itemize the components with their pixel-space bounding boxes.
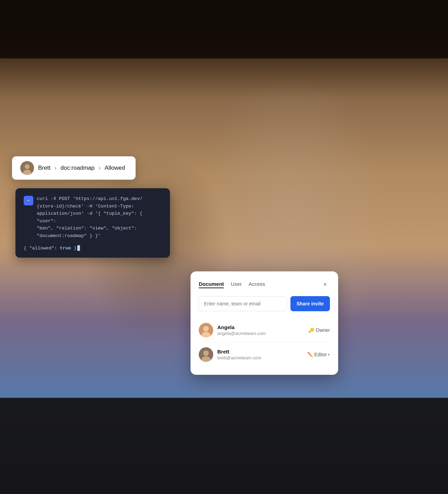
share-invite-button[interactable]: Share invite [290, 296, 330, 311]
tab-document[interactable]: Document [199, 281, 224, 288]
top-band [0, 0, 448, 58]
user-info-brett: Brett brett@acmeteam.com [217, 349, 303, 360]
brett-role-dropdown[interactable]: ✏️ Editor ▾ [307, 352, 330, 357]
modal-tabs: Document User Access [199, 281, 265, 288]
search-row: Share invite [199, 296, 330, 311]
close-button[interactable]: × [320, 280, 330, 289]
terminal-card: ~ curl -X POST 'https://api.us1.fga.dev/… [15, 188, 170, 258]
chevron-down-icon: ▾ [328, 352, 330, 357]
svg-point-7 [203, 350, 209, 356]
tab-access[interactable]: Access [249, 281, 265, 288]
terminal-tilde: ~ [27, 198, 30, 203]
chevron-icon-1: › [55, 165, 56, 171]
avatar-angela [199, 323, 213, 337]
brett-role-label: Editor [314, 352, 327, 357]
angela-email: angela@acmeteam.com [217, 331, 304, 336]
terminal-result: { "allowed": true } [24, 245, 162, 251]
avatar-brett [199, 347, 213, 362]
brett-doc: doc:roadmap [60, 165, 94, 171]
brett-email: brett@acmeteam.com [217, 355, 303, 360]
angela-role: 🔑 Owner [308, 327, 330, 333]
angela-role-label: Owner [316, 327, 330, 333]
user-row-angela: Angela angela@acmeteam.com 🔑 Owner [199, 318, 330, 343]
terminal-command: curl -X POST 'https://api.us1.fga.dev/ {… [37, 195, 162, 240]
brett-permission-card: Brett › doc:roadmap › Allowed [12, 156, 136, 180]
search-input[interactable] [199, 296, 287, 311]
owner-key-icon: 🔑 [308, 327, 314, 333]
terminal-cursor [77, 245, 80, 251]
share-modal: Document User Access × Share invite Ange… [191, 271, 338, 375]
terminal-true-value: true [60, 245, 71, 250]
terminal-header: ~ curl -X POST 'https://api.us1.fga.dev/… [24, 195, 162, 240]
terminal-prompt-icon: ~ [24, 196, 33, 205]
bottom-band [0, 398, 448, 494]
editor-pencil-icon: ✏️ [307, 352, 313, 357]
angela-name: Angela [217, 324, 304, 330]
brett-name-modal: Brett [217, 349, 303, 355]
user-list: Angela angela@acmeteam.com 🔑 Owner Brett… [199, 318, 330, 367]
svg-point-4 [203, 326, 209, 332]
brett-name: Brett [38, 165, 50, 171]
user-row-brett: Brett brett@acmeteam.com ✏️ Editor ▾ [199, 343, 330, 367]
modal-header: Document User Access × [199, 280, 330, 289]
user-info-angela: Angela angela@acmeteam.com [217, 324, 304, 336]
svg-point-1 [25, 164, 30, 169]
chevron-icon-2: › [99, 165, 100, 171]
brett-status: Allowed [105, 165, 125, 171]
tab-user[interactable]: User [231, 281, 242, 288]
brett-avatar [20, 161, 34, 175]
